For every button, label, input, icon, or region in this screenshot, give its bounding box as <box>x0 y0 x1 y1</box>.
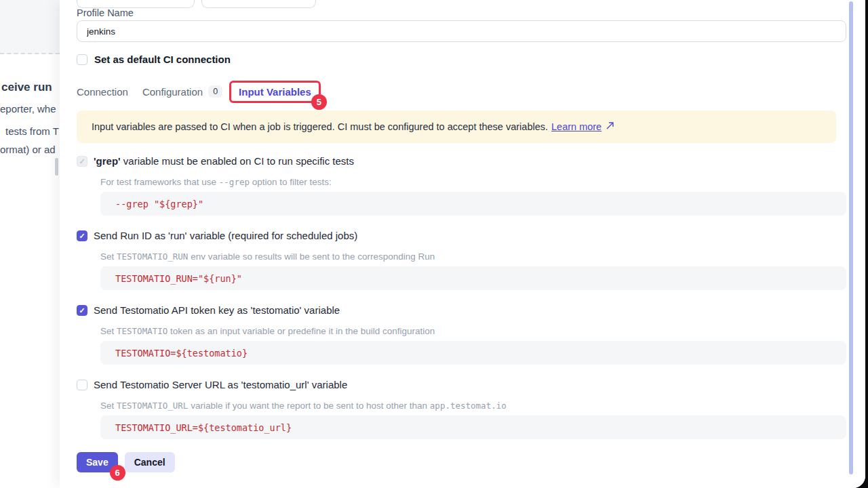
configuration-count-badge: 0 <box>208 85 222 98</box>
step-badge-6: 6 <box>110 465 125 481</box>
background-heading-fragment: ceive run <box>1 81 52 94</box>
run-helper-text: Set TESTOMATIO_RUN env variable so resul… <box>100 251 846 262</box>
grep-checkbox[interactable]: ✓ <box>77 156 87 167</box>
default-ci-checkbox-label: Set as default CI connection <box>94 54 231 65</box>
testomatio-code-block: TESTOMATIO=${testomatio} <box>100 341 846 365</box>
run-code-block: TESTOMATIO_RUN="${run}" <box>100 266 846 290</box>
background-scrollbar-thumb[interactable] <box>55 158 58 176</box>
tab-annotation-box: Input Variables 5 <box>229 81 321 103</box>
variable-block-testomatio-url: ✓ Send Testomatio Server URL as 'testoma… <box>77 378 846 439</box>
save-button[interactable]: Save 6 <box>77 452 118 472</box>
background-text-fragment: ormat) or ad <box>0 144 56 155</box>
variable-block-run: ✓ Send Run ID as 'run' variable (require… <box>77 229 846 290</box>
testomatio-url-code-block: TESTOMATIO_URL=${testomatio_url} <box>100 415 846 439</box>
modal-scrollbar-thumb[interactable] <box>849 1 853 474</box>
ci-connection-modal: Profile Name ✓ Set as default CI connect… <box>60 0 865 488</box>
app-window: ceive run eporter, whe tests from T orma… <box>0 0 865 488</box>
variable-block-testomatio: ✓ Send Testomatio API token key as 'test… <box>77 304 846 365</box>
cut-off-input[interactable] <box>201 0 316 8</box>
info-banner: Input variables are passed to CI when a … <box>77 110 836 143</box>
testomatio-url-checkbox[interactable]: ✓ <box>77 380 87 390</box>
grep-code-block: --grep "${grep}" <box>100 192 846 216</box>
testomatio-checkbox[interactable]: ✓ <box>77 305 87 316</box>
step-badge-5: 5 <box>311 94 327 110</box>
cancel-button[interactable]: Cancel <box>125 452 175 472</box>
default-ci-checkbox[interactable]: ✓ <box>77 54 87 65</box>
profile-name-label: Profile Name <box>77 7 134 18</box>
variable-block-grep: ✓ 'grep' variable must be enabled on CI … <box>77 155 846 216</box>
tab-input-variables[interactable]: Input Variables <box>239 86 311 98</box>
testomatio-url-label: Send Testomatio Server URL as 'testomati… <box>94 378 347 391</box>
background-text-fragment: eporter, whe <box>0 103 56 115</box>
info-banner-text: Input variables are passed to CI when a … <box>92 121 548 132</box>
run-label: Send Run ID as 'run' variable (required … <box>94 229 357 242</box>
background-text-fragment: tests from T <box>5 125 59 137</box>
grep-helper-text: For test frameworks that use --grep opti… <box>100 177 846 187</box>
testomatio-label: Send Testomatio API token key as 'testom… <box>94 304 340 317</box>
tab-bar: Connection Configuration 0 Input Variabl… <box>77 78 321 105</box>
tab-connection[interactable]: Connection <box>77 86 128 98</box>
background-page-strip: ceive run eporter, whe tests from T orma… <box>0 0 60 488</box>
run-checkbox[interactable]: ✓ <box>77 230 87 241</box>
testomatio-url-helper-text: Set TESTOMATIO_URL variable if you want … <box>100 401 846 411</box>
testomatio-helper-text: Set TESTOMATIO token as an input variabl… <box>100 326 846 336</box>
tab-configuration[interactable]: Configuration <box>142 86 203 98</box>
grep-label: 'grep' variable must be enabled on CI to… <box>94 155 354 167</box>
background-collapsed-section <box>0 0 60 54</box>
external-link-icon <box>606 121 614 132</box>
form-actions: Save 6 Cancel <box>77 452 175 472</box>
learn-more-link[interactable]: Learn more <box>551 121 601 132</box>
profile-name-input[interactable] <box>77 20 846 42</box>
default-ci-checkbox-row[interactable]: ✓ Set as default CI connection <box>77 54 231 65</box>
